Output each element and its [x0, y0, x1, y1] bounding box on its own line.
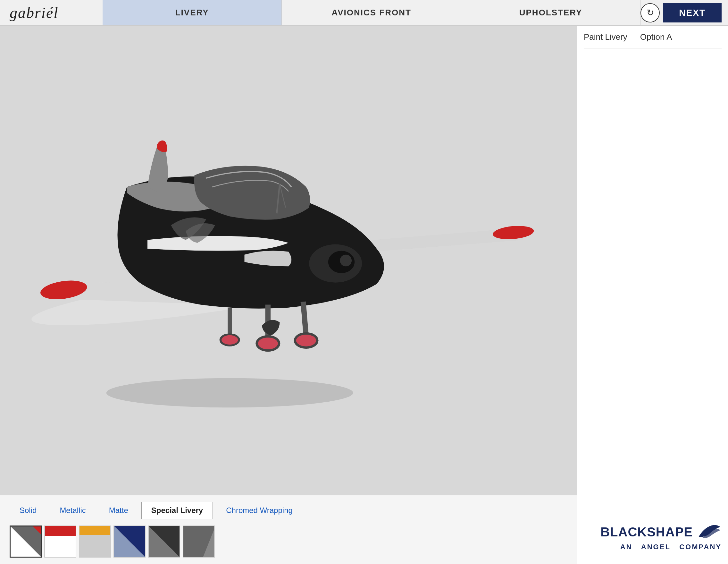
livery-tab-metallic[interactable]: Metallic	[50, 502, 96, 519]
swatch-orange[interactable]	[79, 526, 111, 558]
livery-tab-solid[interactable]: Solid	[10, 502, 46, 519]
blackshape-logo-area: BLACKSHAPE AN ANGEL COMPANY	[584, 516, 722, 558]
livery-tabs: Solid Metallic Matte Special Livery Chro…	[10, 502, 567, 519]
viewer-panel: Solid Metallic Matte Special Livery Chro…	[0, 26, 577, 564]
header: gabriél LIVERY AVIONICS FRONT UPHOLSTERY…	[0, 0, 728, 26]
blackshape-name: BLACKSHAPE	[600, 525, 693, 539]
tab-avionics[interactable]: AVIONICS FRONT	[282, 0, 461, 25]
nav-tabs: LIVERY AVIONICS FRONT UPHOLSTERY	[103, 0, 640, 25]
svg-point-16	[296, 335, 316, 347]
tab-livery[interactable]: LIVERY	[103, 0, 282, 25]
refresh-button[interactable]: ↻	[640, 3, 660, 22]
blackshape-brand: BLACKSHAPE	[600, 522, 722, 542]
logo: gabriél	[10, 4, 59, 21]
svg-line-14	[303, 302, 306, 337]
right-panel-header: Paint Livery Option A	[584, 32, 722, 49]
livery-tab-special[interactable]: Special Livery	[141, 502, 213, 519]
right-panel: Paint Livery Option A BLACKSHAPE AN ANGE…	[577, 26, 728, 564]
logo-area: gabriél	[0, 4, 103, 21]
aircraft-svg-container	[0, 26, 577, 495]
swatch-gray[interactable]	[183, 526, 215, 558]
aircraft-display	[0, 26, 577, 495]
main-content: Solid Metallic Matte Special Livery Chro…	[0, 26, 728, 564]
header-right: ↻ NEXT	[640, 3, 728, 22]
refresh-icon: ↻	[647, 7, 654, 18]
svg-point-10	[222, 335, 238, 344]
swatch-black-white[interactable]	[10, 526, 42, 558]
svg-point-7	[340, 254, 352, 266]
svg-rect-26	[79, 526, 111, 535]
angel-brand: ANGEL	[641, 543, 671, 551]
option-label: Option A	[640, 32, 672, 42]
angel-subtitle: AN ANGEL COMPANY	[620, 543, 722, 551]
blackshape-bird-icon	[696, 522, 722, 542]
svg-point-19	[106, 378, 353, 408]
right-panel-content	[584, 49, 722, 516]
swatch-blue[interactable]	[113, 526, 146, 558]
swatch-white-red[interactable]	[44, 526, 76, 558]
bottom-controls: Solid Metallic Matte Special Livery Chro…	[0, 495, 577, 564]
paint-livery-label: Paint Livery	[584, 32, 627, 42]
livery-tab-matte[interactable]: Matte	[99, 502, 138, 519]
color-swatches	[10, 526, 567, 558]
swatch-dark-graphite[interactable]	[148, 526, 180, 558]
svg-point-13	[258, 338, 278, 349]
livery-tab-chromed[interactable]: Chromed Wrapping	[216, 502, 303, 519]
next-button[interactable]: NEXT	[663, 3, 722, 22]
svg-rect-24	[45, 526, 76, 536]
aircraft-svg	[0, 84, 577, 437]
tab-upholstery[interactable]: UPHOLSTERY	[461, 0, 640, 25]
